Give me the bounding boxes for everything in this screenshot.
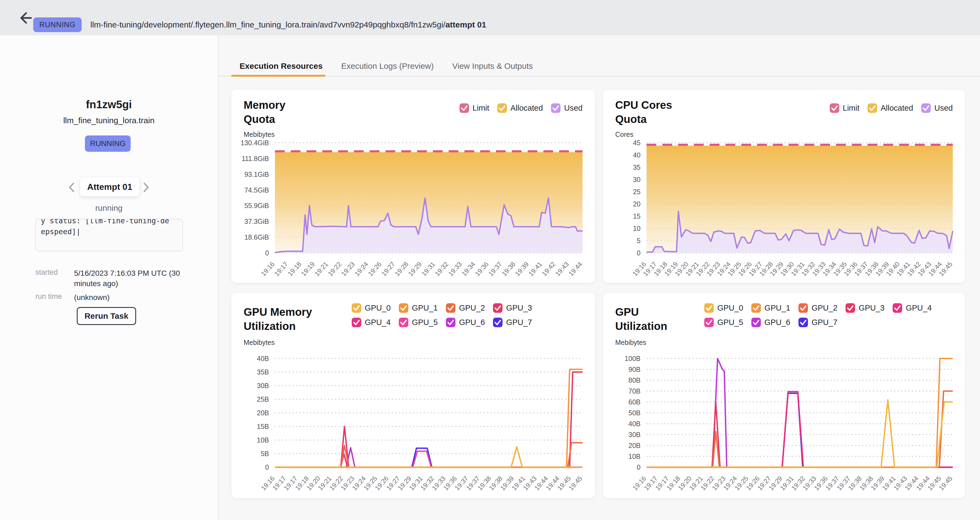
- legend-item-gpu_5[interactable]: GPU_5: [704, 318, 743, 327]
- svg-text:80B: 80B: [628, 376, 641, 384]
- legend-item-label: GPU_2: [811, 303, 837, 312]
- legend-item-limit[interactable]: Limit: [460, 103, 489, 113]
- svg-text:37.3GiB: 37.3GiB: [245, 217, 269, 225]
- svg-text:19:19: 19:19: [300, 260, 316, 277]
- checkbox-checked-icon[interactable]: [497, 103, 507, 113]
- checkbox-checked-icon[interactable]: [399, 303, 408, 313]
- svg-text:35: 35: [633, 163, 641, 171]
- checkbox-checked-icon[interactable]: [867, 103, 877, 113]
- chart-title: CPU CoresQuota: [615, 98, 672, 126]
- legend-item-allocated[interactable]: Allocated: [497, 103, 543, 113]
- svg-text:55.9GiB: 55.9GiB: [245, 202, 269, 209]
- checkbox-checked-icon[interactable]: [446, 318, 455, 327]
- legend-item-gpu_0[interactable]: GPU_0: [352, 303, 391, 313]
- legend-item-label: GPU_5: [717, 318, 743, 327]
- svg-text:19:44: 19:44: [567, 260, 583, 277]
- checkbox-checked-icon[interactable]: [751, 318, 761, 327]
- legend-item-label: Used: [564, 104, 582, 113]
- back-arrow-icon[interactable]: [18, 11, 32, 25]
- svg-text:19:21: 19:21: [313, 260, 329, 277]
- checkbox-checked-icon[interactable]: [704, 318, 714, 327]
- active-tab-underline: [231, 75, 325, 77]
- checkbox-checked-icon[interactable]: [352, 303, 361, 313]
- legend-item-gpu_4[interactable]: GPU_4: [352, 318, 391, 327]
- checkbox-checked-icon[interactable]: [493, 303, 503, 313]
- svg-text:19:32: 19:32: [433, 260, 450, 277]
- legend-item-gpu_4[interactable]: GPU_4: [892, 303, 932, 313]
- legend-item-gpu_3[interactable]: GPU_3: [493, 303, 532, 313]
- svg-text:100B: 100B: [625, 355, 641, 362]
- tab-view-inputs-outputs[interactable]: View Inputs & Outputs: [444, 56, 541, 76]
- chart-legend: LimitAllocatedUsed: [830, 103, 953, 113]
- checkbox-checked-icon[interactable]: [493, 318, 503, 327]
- svg-text:40B: 40B: [257, 355, 269, 362]
- svg-text:130.4GiB: 130.4GiB: [241, 139, 269, 147]
- svg-text:30B: 30B: [257, 382, 269, 390]
- checkbox-checked-icon[interactable]: [704, 303, 714, 313]
- svg-text:15: 15: [633, 212, 641, 220]
- legend-item-gpu_3[interactable]: GPU_3: [846, 303, 885, 313]
- started-label: started: [35, 268, 74, 289]
- checkbox-checked-icon[interactable]: [551, 103, 560, 113]
- legend-item-allocated[interactable]: Allocated: [867, 103, 913, 113]
- sidebar-status-badge: RUNNING: [85, 135, 130, 152]
- svg-text:25: 25: [633, 188, 641, 195]
- chart-canvas: 40B35B30B25B20B15B10B5B019:1619:1719:171…: [231, 358, 595, 500]
- legend-item-gpu_1[interactable]: GPU_1: [399, 303, 438, 313]
- legend-item-gpu_2[interactable]: GPU_2: [799, 303, 837, 313]
- svg-text:5: 5: [637, 237, 641, 244]
- gpu-utilization-chart: 100B90B80B70B60B50B40B30B20B10B019:1619:…: [603, 358, 965, 500]
- legend-item-gpu_6[interactable]: GPU_6: [446, 318, 485, 327]
- legend-item-gpu_1[interactable]: GPU_1: [751, 303, 790, 313]
- rerun-task-button[interactable]: Rerun Task: [77, 307, 136, 325]
- svg-text:19:37: 19:37: [487, 260, 503, 277]
- tab-execution-logs[interactable]: Execution Logs (Preview): [333, 56, 442, 76]
- checkbox-checked-icon[interactable]: [846, 303, 855, 313]
- log-snippet-text: y status: [llm-fine-tuning-deepspeed]|: [36, 219, 182, 251]
- legend-item-gpu_2[interactable]: GPU_2: [446, 303, 485, 313]
- svg-text:19:45: 19:45: [937, 475, 954, 492]
- checkbox-checked-icon[interactable]: [399, 318, 408, 327]
- legend-item-label: Limit: [843, 104, 859, 113]
- legend-item-gpu_6[interactable]: GPU_6: [751, 318, 790, 327]
- checkbox-checked-icon[interactable]: [751, 303, 761, 313]
- checkbox-checked-icon[interactable]: [446, 303, 455, 313]
- legend-item-limit[interactable]: Limit: [830, 103, 859, 113]
- y-axis-unit-label: Cores: [615, 130, 633, 138]
- checkbox-checked-icon[interactable]: [460, 103, 469, 113]
- legend-item-gpu_0[interactable]: GPU_0: [704, 303, 743, 313]
- legend-item-gpu_7[interactable]: GPU_7: [493, 318, 532, 327]
- started-value: 5/16/2023 7:16:03 PM UTC (30 minutes ago…: [74, 268, 188, 289]
- checkbox-checked-icon[interactable]: [799, 303, 808, 313]
- legend-row: GPU_4GPU_5GPU_6GPU_7: [352, 318, 532, 327]
- checkbox-checked-icon[interactable]: [892, 303, 902, 313]
- svg-text:19:26: 19:26: [367, 260, 383, 277]
- svg-text:25B: 25B: [257, 395, 269, 403]
- attempt-status-text: running: [0, 203, 218, 213]
- previous-attempt-button[interactable]: [67, 181, 77, 193]
- task-name: llm_fine_tuning_lora.train: [0, 116, 218, 125]
- next-attempt-button[interactable]: [140, 181, 151, 193]
- svg-text:5B: 5B: [261, 450, 269, 457]
- legend-row: GPU_5GPU_6GPU_7: [704, 318, 932, 327]
- legend-item-used[interactable]: Used: [921, 103, 953, 113]
- legend-row: GPU_0GPU_1GPU_2GPU_3: [352, 303, 532, 313]
- svg-text:60B: 60B: [628, 398, 641, 406]
- svg-text:10B: 10B: [628, 453, 641, 460]
- legend-item-gpu_7[interactable]: GPU_7: [799, 318, 837, 327]
- legend-item-used[interactable]: Used: [551, 103, 582, 113]
- svg-text:19:29: 19:29: [407, 260, 423, 277]
- legend-item-gpu_5[interactable]: GPU_5: [399, 318, 438, 327]
- gpu-memory-utilization-chart: 40B35B30B25B20B15B10B5B019:1619:1719:171…: [231, 358, 595, 500]
- checkbox-checked-icon[interactable]: [799, 318, 808, 327]
- legend-item-label: Allocated: [881, 104, 913, 113]
- checkbox-checked-icon[interactable]: [352, 318, 361, 327]
- legend-item-label: GPU_4: [365, 318, 391, 327]
- checkbox-checked-icon[interactable]: [830, 103, 839, 113]
- checkbox-checked-icon[interactable]: [921, 103, 931, 113]
- log-snippet-box[interactable]: y status: [llm-fine-tuning-deepspeed]|: [35, 219, 183, 251]
- attempt-pill[interactable]: Attempt 01: [80, 177, 139, 197]
- svg-text:19:34: 19:34: [460, 260, 476, 277]
- legend-item-label: Limit: [473, 104, 489, 113]
- tab-execution-resources[interactable]: Execution Resources: [231, 56, 331, 76]
